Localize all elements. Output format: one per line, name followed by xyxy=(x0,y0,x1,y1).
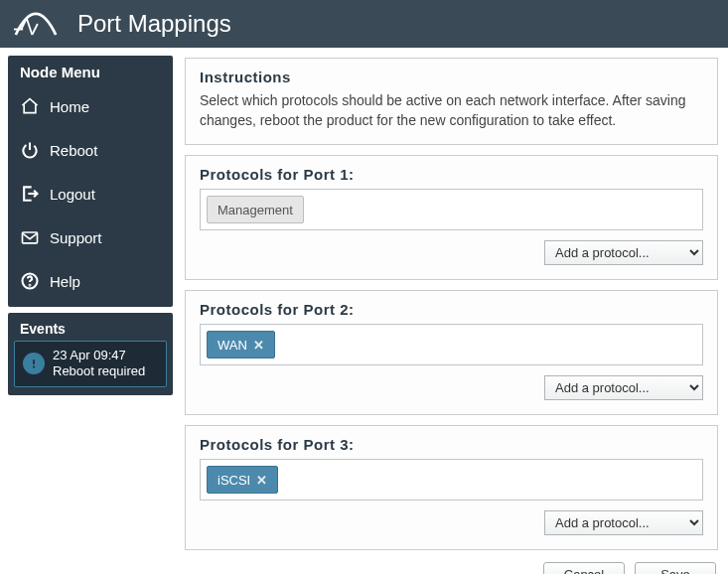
port3-title: Protocols for Port 3: xyxy=(200,436,703,453)
app-logo-icon xyxy=(12,6,60,42)
node-menu-title: Node Menu xyxy=(8,56,173,84)
logout-icon xyxy=(20,184,40,204)
cancel-button[interactable]: Cancel xyxy=(543,562,625,574)
port1-add-protocol-select[interactable]: Add a protocol... xyxy=(544,240,703,265)
home-icon xyxy=(20,96,40,116)
events-panel: Events 23 Apr 09:47 Reboot required xyxy=(8,313,173,395)
page-title: Port Mappings xyxy=(77,10,231,38)
sidebar-item-label: Help xyxy=(50,273,80,290)
alert-icon xyxy=(23,353,45,374)
main-content: Instructions Select which protocols shou… xyxy=(181,48,728,574)
sidebar: Node Menu Home Reboot Logout xyxy=(0,48,181,574)
port1-tag-management: Management xyxy=(207,196,304,223)
app-header: Port Mappings xyxy=(0,0,728,48)
footer-buttons: Cancel Save xyxy=(185,560,718,574)
svg-point-12 xyxy=(33,366,35,368)
event-time: 23 Apr 09:47 xyxy=(53,348,145,363)
remove-tag-icon[interactable]: ✕ xyxy=(253,338,264,353)
envelope-icon xyxy=(20,227,40,247)
tag-label: iSCSI xyxy=(218,473,250,488)
port2-tag-well[interactable]: WAN ✕ xyxy=(200,324,703,365)
sidebar-item-support[interactable]: Support xyxy=(8,215,173,259)
svg-line-3 xyxy=(32,24,38,35)
instructions-body: Select which protocols should be active … xyxy=(200,91,703,130)
sidebar-item-label: Home xyxy=(50,98,89,115)
event-text: 23 Apr 09:47 Reboot required xyxy=(53,348,145,380)
port2-title: Protocols for Port 2: xyxy=(200,301,703,318)
tag-label: Management xyxy=(218,203,293,217)
port1-panel: Protocols for Port 1: Management Add a p… xyxy=(185,155,718,280)
instructions-panel: Instructions Select which protocols shou… xyxy=(185,58,718,145)
port2-add-protocol-select[interactable]: Add a protocol... xyxy=(544,375,703,400)
sidebar-item-label: Reboot xyxy=(50,142,97,159)
svg-point-9 xyxy=(30,285,31,286)
sidebar-item-logout[interactable]: Logout xyxy=(8,172,173,215)
power-icon xyxy=(20,140,40,160)
port1-tag-well[interactable]: Management xyxy=(200,189,703,230)
port1-title: Protocols for Port 1: xyxy=(200,166,703,183)
sidebar-item-label: Logout xyxy=(50,186,95,203)
port3-add-protocol-select[interactable]: Add a protocol... xyxy=(544,510,703,535)
sidebar-item-help[interactable]: Help xyxy=(8,259,173,303)
instructions-title: Instructions xyxy=(200,69,703,85)
event-item[interactable]: 23 Apr 09:47 Reboot required xyxy=(14,341,167,387)
port3-tag-iscsi[interactable]: iSCSI ✕ xyxy=(207,466,278,494)
node-menu: Node Menu Home Reboot Logout xyxy=(8,56,173,307)
sidebar-item-home[interactable]: Home xyxy=(8,84,173,128)
sidebar-item-reboot[interactable]: Reboot xyxy=(8,128,173,172)
tag-label: WAN xyxy=(218,338,247,353)
sidebar-item-label: Support xyxy=(50,229,102,246)
svg-rect-11 xyxy=(33,359,35,364)
svg-line-2 xyxy=(27,19,33,36)
events-title: Events xyxy=(14,319,167,341)
save-button[interactable]: Save xyxy=(635,562,716,574)
port2-panel: Protocols for Port 2: WAN ✕ Add a protoc… xyxy=(185,290,718,415)
event-message: Reboot required xyxy=(53,363,145,379)
port2-tag-wan[interactable]: WAN ✕ xyxy=(207,331,275,359)
remove-tag-icon[interactable]: ✕ xyxy=(256,473,267,488)
help-icon xyxy=(20,271,40,291)
port3-tag-well[interactable]: iSCSI ✕ xyxy=(200,459,703,501)
port3-panel: Protocols for Port 3: iSCSI ✕ Add a prot… xyxy=(185,425,718,550)
